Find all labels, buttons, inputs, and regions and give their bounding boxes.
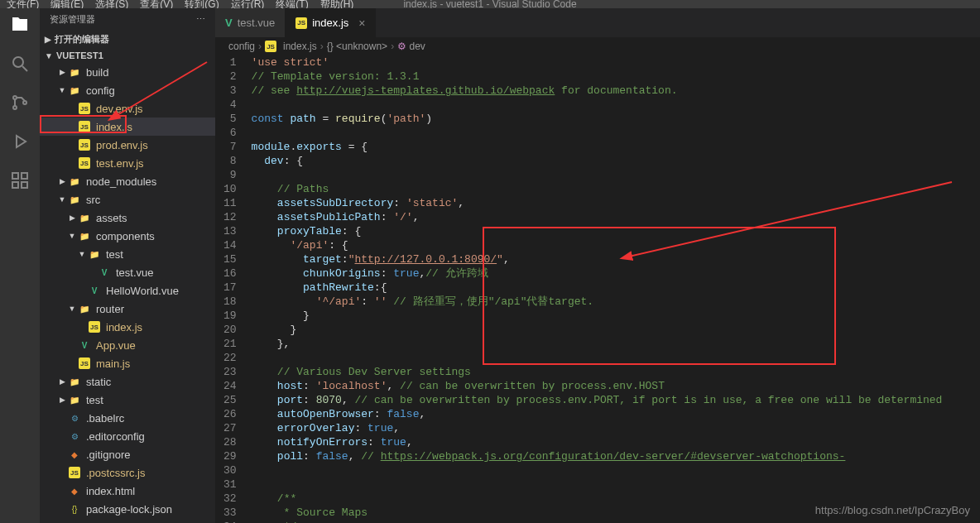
file-item[interactable]: {}package-lock.json: [40, 500, 215, 518]
menu-item[interactable]: 查看(V): [140, 0, 173, 8]
folder-item[interactable]: ▼📁src: [40, 190, 215, 209]
explorer-icon[interactable]: [10, 15, 30, 37]
tree-label: index.js: [106, 321, 142, 333]
tree-label: assets: [96, 212, 127, 224]
folder-item[interactable]: ▼📁test: [40, 245, 215, 263]
file-item[interactable]: JS.postcssrc.js: [40, 463, 215, 482]
source-control-icon[interactable]: [10, 93, 30, 115]
chevron-icon: ▼: [76, 250, 88, 258]
file-item[interactable]: VApp.vue: [40, 336, 215, 354]
file-item[interactable]: JSindex.js: [40, 118, 215, 136]
code-editor[interactable]: 1234567891011121314151617181920212223242…: [215, 55, 980, 523]
tab-label: test.vue: [238, 17, 276, 29]
vue-icon: V: [98, 266, 111, 279]
window-title: index.js - vuetest1 - Visual Studio Code: [403, 0, 576, 8]
extensions-icon[interactable]: [10, 170, 30, 193]
tree-label: router: [96, 303, 124, 315]
breadcrumb-segment[interactable]: ⚙ dev: [397, 41, 425, 52]
file-item[interactable]: ◆index.html: [40, 482, 215, 500]
breadcrumb-segment[interactable]: {} <unknown>: [327, 41, 387, 52]
debug-icon[interactable]: [10, 132, 30, 154]
chevron-icon: ▶: [56, 396, 68, 404]
chevron-icon: ▶: [56, 177, 68, 185]
js-icon: JS: [295, 17, 307, 29]
file-item[interactable]: VHelloWorld.vue: [40, 281, 215, 300]
file-item[interactable]: JSindex.js: [40, 318, 215, 336]
menu-item[interactable]: 帮助(H): [320, 0, 354, 8]
editor-tabs: Vtest.vueJSindex.js×: [215, 8, 980, 37]
vue-icon: V: [78, 338, 91, 352]
menu-item[interactable]: 编辑(E): [50, 0, 84, 8]
file-item[interactable]: Vtest.vue: [40, 263, 215, 281]
folder-item[interactable]: ▼📁components: [40, 227, 215, 245]
tree-label: package-lock.json: [86, 503, 172, 516]
file-item[interactable]: JSdev.env.js: [40, 99, 215, 118]
menu-item[interactable]: 终端(T): [276, 0, 308, 8]
tree-label: .editorconfig: [86, 430, 145, 443]
file-item[interactable]: ◆.gitignore: [40, 445, 215, 463]
svg-rect-8: [22, 182, 27, 188]
sidebar: 资源管理器 ⋯ ▶打开的编辑器 ▼VUETEST1 ▶📁build▼📁confi…: [40, 8, 215, 523]
tab-label: index.js: [312, 17, 348, 29]
folder-icon: 📁: [88, 247, 101, 261]
folder-item[interactable]: ▶📁node_modules: [40, 172, 215, 190]
breadcrumbs[interactable]: config›JSindex.js›{} <unknown>›⚙ dev: [215, 37, 980, 55]
chevron-icon: ▶: [66, 214, 78, 222]
file-item[interactable]: JSprod.env.js: [40, 136, 215, 154]
js-icon: JS: [78, 357, 91, 370]
line-numbers: 1234567891011121314151617181920212223242…: [215, 55, 252, 523]
html-icon: ◆: [68, 484, 81, 497]
search-icon[interactable]: [10, 54, 30, 76]
file-item[interactable]: ⚙.babelrc: [40, 409, 215, 427]
chevron-icon: ▼: [56, 86, 68, 94]
tree-label: .postcssrc.js: [86, 467, 146, 479]
folder-item[interactable]: ▼📁config: [40, 81, 215, 99]
editor-tab[interactable]: JSindex.js×: [286, 8, 376, 37]
folder-icon: 📁: [68, 65, 81, 79]
menu-item[interactable]: 运行(R): [231, 0, 265, 8]
folder-item[interactable]: ▶📁build: [40, 63, 215, 81]
file-item[interactable]: {}package.json: [40, 518, 215, 523]
js-icon: JS: [78, 138, 91, 151]
svg-rect-5: [12, 173, 18, 179]
more-icon[interactable]: ⋯: [196, 14, 205, 25]
tree-label: test.vue: [116, 266, 154, 279]
tree-label: components: [96, 230, 155, 242]
svg-line-1: [22, 66, 27, 71]
vue-icon: V: [225, 17, 233, 29]
tree-label: index.js: [96, 121, 132, 133]
file-item[interactable]: JSmain.js: [40, 354, 215, 372]
tree-label: main.js: [96, 357, 130, 370]
svg-point-0: [13, 57, 23, 67]
breadcrumb-segment[interactable]: config: [228, 41, 255, 52]
chevron-icon: ▶: [56, 377, 68, 386]
menu-item[interactable]: 选择(S): [95, 0, 128, 8]
tree-label: index.html: [86, 485, 135, 497]
tree-label: App.vue: [96, 339, 136, 352]
folder-item[interactable]: ▶📁test: [40, 391, 215, 409]
svg-rect-6: [22, 173, 27, 179]
js-icon: JS: [78, 120, 91, 133]
breadcrumb-segment[interactable]: index.js: [283, 41, 317, 52]
tree-label: .gitignore: [86, 449, 130, 461]
close-icon[interactable]: ×: [358, 17, 365, 30]
js-icon: JS: [78, 156, 91, 170]
chevron-icon: ▼: [66, 305, 78, 313]
js-icon: JS: [88, 320, 101, 333]
folder-icon: 📁: [68, 193, 81, 206]
file-item[interactable]: ⚙.editorconfig: [40, 427, 215, 445]
code-content[interactable]: 'use strict'// Template version: 1.3.1//…: [252, 55, 980, 523]
folder-icon: 📁: [78, 229, 91, 242]
editor-tab[interactable]: Vtest.vue: [215, 8, 286, 37]
project-section[interactable]: ▼VUETEST1: [40, 48, 215, 63]
tree-label: dev.env.js: [96, 103, 143, 115]
tree-label: test: [106, 248, 123, 261]
menu-item[interactable]: 文件(F): [7, 0, 39, 8]
folder-item[interactable]: ▼📁router: [40, 300, 215, 318]
menu-item[interactable]: 转到(G): [185, 0, 219, 8]
open-editors-section[interactable]: ▶打开的编辑器: [40, 31, 215, 48]
folder-icon: 📁: [78, 211, 91, 224]
folder-item[interactable]: ▶📁assets: [40, 209, 215, 227]
folder-item[interactable]: ▶📁static: [40, 372, 215, 391]
file-item[interactable]: JStest.env.js: [40, 154, 215, 172]
